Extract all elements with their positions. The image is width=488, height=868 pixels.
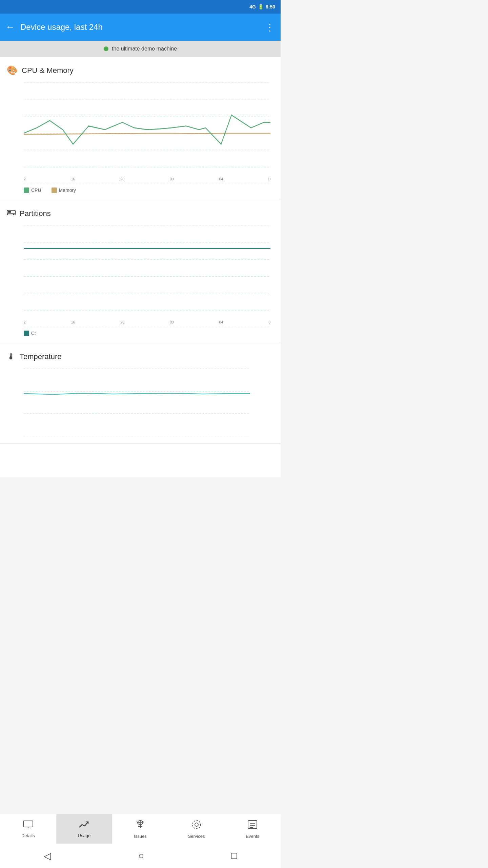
temperature-section: 🌡 Temperature 100 °C 80 °C 60 °C 212 °F … bbox=[0, 343, 281, 443]
partitions-header: Partitions bbox=[7, 208, 274, 219]
svg-text:16: 16 bbox=[71, 320, 75, 324]
cpu-swatch bbox=[24, 188, 29, 193]
cpu-memory-icon: 🎨 bbox=[7, 65, 18, 76]
c-drive-legend-item: C: bbox=[24, 331, 36, 336]
signal-icon: 4G bbox=[249, 4, 256, 9]
svg-text:08: 08 bbox=[268, 320, 270, 324]
svg-text:20: 20 bbox=[120, 177, 124, 181]
partitions-section: Partitions 100% 80% 60% 40% 20% 0% bbox=[0, 200, 281, 343]
more-options-button[interactable]: ⋮ bbox=[265, 22, 275, 33]
svg-rect-22 bbox=[8, 211, 11, 213]
status-bar: 4G 🔋 8:50 bbox=[0, 0, 281, 14]
svg-text:00: 00 bbox=[170, 320, 174, 324]
svg-rect-19 bbox=[7, 210, 15, 215]
back-button[interactable]: ← bbox=[5, 22, 15, 33]
cpu-memory-section: 🎨 CPU & Memory 100% 80% 60% 40% 20% 0% bbox=[0, 57, 281, 200]
temperature-chart: 100 °C 80 °C 60 °C 212 °F 176 °F 140 °F bbox=[24, 369, 250, 436]
svg-text:04: 04 bbox=[219, 320, 223, 324]
device-name: the ultimate demo machine bbox=[112, 46, 177, 52]
memory-legend-item: Memory bbox=[52, 188, 76, 193]
svg-text:08: 08 bbox=[268, 177, 270, 181]
cpu-memory-title: CPU & Memory bbox=[22, 66, 74, 75]
device-subtitle: the ultimate demo machine bbox=[0, 41, 281, 57]
partitions-icon bbox=[7, 208, 16, 219]
partitions-legend: C: bbox=[24, 331, 274, 336]
svg-text:12: 12 bbox=[24, 320, 26, 324]
time-display: 8:50 bbox=[266, 4, 275, 9]
svg-text:00: 00 bbox=[170, 177, 174, 181]
temperature-header: 🌡 Temperature bbox=[7, 351, 274, 362]
temperature-title: Temperature bbox=[20, 352, 62, 361]
cpu-memory-header: 🎨 CPU & Memory bbox=[7, 65, 274, 76]
svg-text:12: 12 bbox=[24, 177, 26, 181]
main-content: 🎨 CPU & Memory 100% 80% 60% 40% 20% 0% bbox=[0, 57, 281, 477]
battery-icon: 🔋 bbox=[258, 4, 264, 9]
cpu-label: CPU bbox=[31, 188, 41, 193]
svg-text:16: 16 bbox=[71, 177, 75, 181]
status-dot bbox=[104, 46, 108, 51]
c-drive-label: C: bbox=[31, 331, 36, 336]
memory-swatch bbox=[52, 188, 57, 193]
c-drive-swatch bbox=[24, 331, 29, 336]
svg-text:04: 04 bbox=[219, 177, 223, 181]
temperature-icon: 🌡 bbox=[7, 351, 16, 362]
status-icons: 4G 🔋 8:50 bbox=[249, 4, 275, 9]
svg-point-21 bbox=[13, 214, 14, 215]
cpu-memory-legend: CPU Memory bbox=[24, 188, 274, 193]
partitions-title: Partitions bbox=[20, 209, 51, 218]
cpu-legend-item: CPU bbox=[24, 188, 41, 193]
svg-text:20: 20 bbox=[120, 320, 124, 324]
page-title: Device usage, last 24h bbox=[20, 22, 265, 32]
memory-label: Memory bbox=[59, 188, 76, 193]
partitions-chart: 100% 80% 60% 40% 20% 0% 12 16 20 00 04 0… bbox=[24, 225, 270, 327]
cpu-memory-chart: 100% 80% 60% 40% 20% 0% 12 16 20 00 04 0… bbox=[24, 82, 270, 184]
app-bar: ← Device usage, last 24h ⋮ bbox=[0, 14, 281, 41]
